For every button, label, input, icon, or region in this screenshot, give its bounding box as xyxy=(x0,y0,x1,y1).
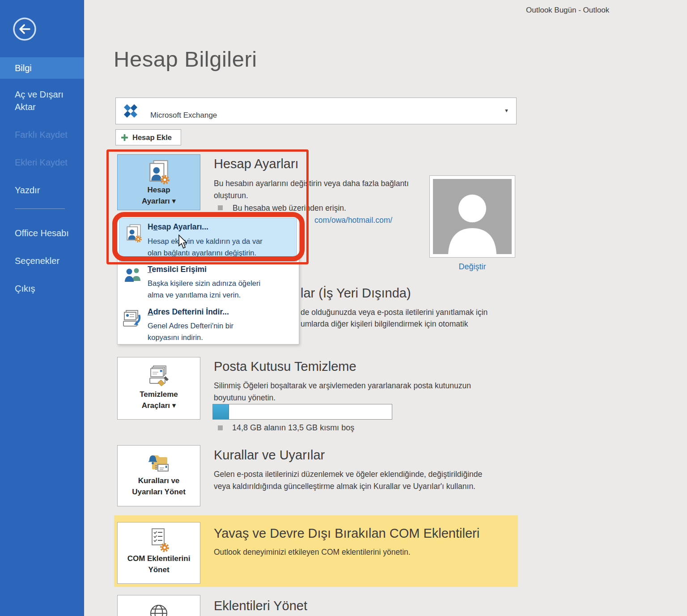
sidebar-item-ac-ve-disari-aktar[interactable]: Aç ve Dışarı Aktar xyxy=(0,88,72,113)
sidebar-item-label: Office Hesabı xyxy=(15,228,69,238)
avatar xyxy=(433,179,512,254)
com-button-label: Yönet xyxy=(148,564,169,575)
manage-addins-heading: Eklentileri Yönet xyxy=(214,599,307,613)
menu-item-title-hesap-ayarlari[interactable]: Hesap Ayarları... xyxy=(148,222,208,232)
sidebar-item-ekleri-kaydet: Ekleri Kaydet xyxy=(0,156,84,169)
menu-item-desc: Hesap ekleyin ve kaldırın ya da var xyxy=(148,236,263,247)
com-addins-heading: Yavaş ve Devre Dışı Bırakılan COM Eklent… xyxy=(214,526,479,541)
rules-alerts-heading: Kurallar ve Uyarılar xyxy=(214,448,325,463)
sidebar-item-label: Yazdır xyxy=(15,185,40,195)
account-photo-frame xyxy=(429,175,515,258)
mailbox-cleanup-icon xyxy=(146,365,171,389)
sidebar-item-label: Ekleri Kaydet xyxy=(15,157,68,167)
window-caption: Outlook Bugün - Outlook xyxy=(526,6,609,15)
sidebar-divider xyxy=(15,208,65,209)
sidebar-item-secenekler[interactable]: Seçenekler xyxy=(0,255,84,267)
sidebar-item-label: Farklı Kaydet xyxy=(15,130,68,140)
menu-item-title-adres-defterini-indir[interactable]: Adres Defterini İndir... xyxy=(148,307,229,317)
menu-title-accesskey: T xyxy=(148,265,152,274)
person-silhouette-icon xyxy=(437,186,508,254)
menu-item-desc: Başka kişilere sizin adınıza öğeleri xyxy=(148,278,260,289)
sidebar-item-label: Seçenekler xyxy=(15,256,59,266)
account-settings-icon xyxy=(146,159,171,184)
change-photo-link[interactable]: Değiştir xyxy=(429,262,515,272)
sidebar-item-farkli-kaydet: Farklı Kaydet xyxy=(0,128,84,141)
rules-alerts-desc: veya kaldırıldığında güncelleştirme alma… xyxy=(214,480,475,492)
manage-com-addins-button[interactable]: COM Eklentilerini Yönet xyxy=(117,522,200,584)
account-settings-button-label: Hesap xyxy=(147,184,170,195)
cleanup-button-label: Araçları ▾ xyxy=(142,400,176,411)
account-settings-desc: Bu hesabın ayarlarını değiştirin veya da… xyxy=(214,178,409,189)
account-settings-desc: oluşturun. xyxy=(214,190,248,201)
add-account-button[interactable]: Hesap Ekle xyxy=(115,129,181,145)
account-settings-heading: Hesap Ayarları xyxy=(214,157,299,171)
menu-item-desc: kopyasını indirin. xyxy=(148,332,203,343)
sidebar-item-label: Çıkış xyxy=(15,284,35,293)
mailbox-cleanup-heading: Posta Kutusu Temizleme xyxy=(214,359,356,374)
rules-alerts-desc: Gelen e-posta iletilerinizi düzenlemek v… xyxy=(214,468,482,480)
delegate-access-icon xyxy=(124,267,143,283)
sidebar-item-label: Bilgi xyxy=(15,62,32,74)
account-settings-button-label: Ayarları ▾ xyxy=(142,195,176,207)
account-settings-button[interactable]: Hesap Ayarları ▾ xyxy=(117,154,200,210)
sidebar-item-yazdir[interactable]: Yazdır xyxy=(0,184,84,196)
mailbox-cleanup-desc: boyutunu yönetin. xyxy=(214,392,276,404)
menu-title-accesskey: A xyxy=(148,307,153,316)
bullet-square-icon xyxy=(218,205,223,210)
sidebar-item-bilgi[interactable]: Bilgi xyxy=(0,57,84,79)
menu-title-text: H xyxy=(148,222,153,231)
plus-icon xyxy=(121,134,128,141)
account-selector-value: Microsoft Exchange xyxy=(150,111,217,120)
menu-item-desc: olan bağlantı ayarlarını değiştirin. xyxy=(148,247,256,259)
owa-link[interactable]: com/owa/hotmail.com/ xyxy=(314,216,392,225)
sidebar-item-label: Aç ve Dışarı Aktar xyxy=(15,89,64,112)
web-access-bullet-text: Bu hesaba web üzerinden erişin. xyxy=(233,202,346,214)
com-addins-desc: Outlook deneyiminizi etkileyen COM eklen… xyxy=(214,546,411,558)
auto-replies-heading-fragment: lar (İş Yeri Dışında) xyxy=(301,286,411,301)
menu-title-text: dres Defterini İndir... xyxy=(153,307,229,316)
com-addins-icon xyxy=(147,528,171,553)
manage-rules-alerts-button[interactable]: Kuralları ve Uyarıları Yönet xyxy=(117,445,200,506)
mailbox-usage-text: 14,8 GB alanın 13,5 GB kısmı boş xyxy=(232,422,354,433)
cleanup-tools-button[interactable]: Temizleme Araçları ▾ xyxy=(117,357,200,420)
com-button-label: COM Eklentilerini xyxy=(127,553,191,564)
sidebar-item-office-hesabi[interactable]: Office Hesabı xyxy=(0,227,84,239)
menu-title-text: emsilci Erişimi xyxy=(152,265,207,274)
cleanup-button-label: Temizleme xyxy=(140,389,178,400)
download-address-book-icon xyxy=(122,310,142,328)
outlook-backstage-view: Bilgi Aç ve Dışarı Aktar Farklı Kaydet E… xyxy=(0,0,687,616)
mailbox-usage-fill xyxy=(213,404,229,419)
sidebar: Bilgi Aç ve Dışarı Aktar Farklı Kaydet E… xyxy=(0,0,84,616)
globe-icon xyxy=(148,603,170,616)
chevron-down-icon: ▼ xyxy=(504,108,509,113)
page-title: Hesap Bilgileri xyxy=(114,47,257,72)
menu-title-accesskey: e xyxy=(153,222,158,231)
menu-item-desc: Genel Adres Defteri'nin bir xyxy=(148,320,233,331)
back-icon xyxy=(12,16,38,42)
mailbox-cleanup-desc: Silinmiş Öğeleri boşaltarak ve arşivleme… xyxy=(214,380,471,391)
add-account-label: Hesap Ekle xyxy=(132,133,172,142)
back-button[interactable] xyxy=(12,16,38,42)
menu-item-title-temsilci-erisimi[interactable]: Temsilci Erişimi xyxy=(148,265,207,274)
rules-alerts-icon xyxy=(146,452,172,475)
auto-replies-desc-fragment: umlarda diğer kişileri bilgilendirmek iç… xyxy=(301,318,468,330)
manage-addins-button[interactable] xyxy=(117,595,200,616)
rules-button-label: Kuralları ve xyxy=(138,475,180,486)
mailbox-usage-bar xyxy=(212,404,392,420)
sidebar-item-cikis[interactable]: Çıkış xyxy=(0,282,84,295)
account-settings-menu-icon xyxy=(124,224,143,242)
rules-button-label: Uyarıları Yönet xyxy=(132,486,186,497)
bullet-square-icon xyxy=(218,425,223,430)
exchange-icon xyxy=(121,102,140,120)
account-selector-dropdown[interactable]: Microsoft Exchange ▼ xyxy=(115,98,517,124)
menu-title-text: sap Ayarları... xyxy=(157,222,208,231)
menu-item-desc: alma ve yanıtlama izni verin. xyxy=(148,289,241,301)
auto-replies-desc-fragment: de olduğunuzda veya e-posta iletilerini … xyxy=(301,306,488,318)
